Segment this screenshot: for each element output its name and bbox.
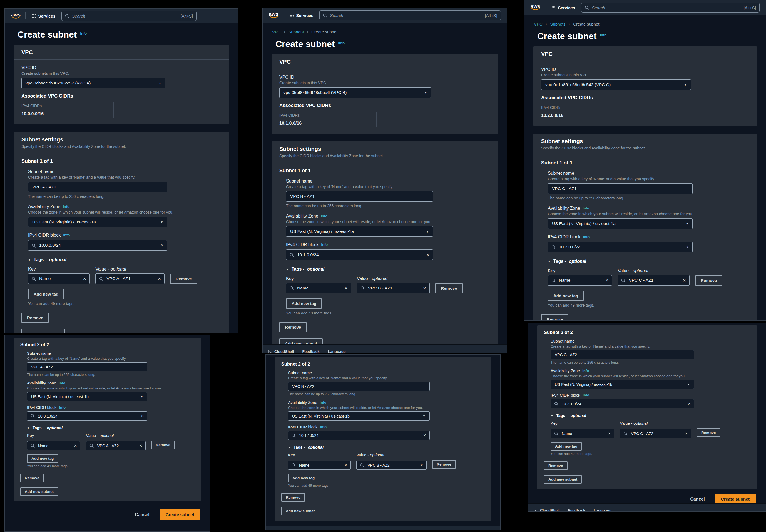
az-info-link[interactable]: Info [59,381,65,385]
clear-input-icon[interactable]: × [158,276,161,281]
tag-value-input[interactable] [96,443,136,448]
clear-input-icon[interactable]: × [605,278,609,283]
vpc-id-select[interactable]: vpc-0e1a861c68cd6c542 (VPC C) ▼ [541,79,691,90]
tag-value-input[interactable] [628,278,680,283]
tags-section-toggle[interactable]: ▼ Tags - optional [551,413,750,418]
cidr-info-link[interactable]: Info [583,393,589,397]
cancel-button[interactable]: Cancel [688,496,706,502]
add-new-tag-button[interactable]: Add new tag [548,291,584,301]
add-new-tag-button[interactable]: Add new tag [288,474,319,482]
tag-key-input[interactable] [558,278,603,283]
cancel-button[interactable]: Cancel [133,512,151,518]
services-menu-button[interactable]: Services [288,12,315,19]
navbar-search-input[interactable]: Search [Alt+S] [581,3,760,13]
tags-section-toggle[interactable]: ▼ Tags - optional [548,259,749,264]
cidr-info-link[interactable]: Info [321,243,328,247]
services-menu-button[interactable]: Services [30,13,57,19]
remove-tag-button[interactable]: Remove [697,428,720,437]
tag-key-input[interactable] [296,285,341,291]
availability-zone-select[interactable]: US East (N. Virginia) / us-east-1a ▼ [286,226,433,237]
clear-input-icon[interactable]: × [688,401,691,406]
page-info-link[interactable]: Info [600,33,607,37]
remove-tag-button[interactable]: Remove [695,275,722,286]
az-info-link[interactable]: Info [582,369,589,373]
clear-input-icon[interactable]: × [420,463,423,468]
cidr-info-link[interactable]: Info [583,235,590,239]
add-new-subnet-button[interactable]: Add new subnet [21,329,65,333]
availability-zone-select[interactable]: US East (N. Virginia) / us-east-1b ▼ [27,392,147,401]
add-new-tag-button[interactable]: Add new tag [28,289,64,299]
clear-input-icon[interactable]: × [423,433,426,438]
feedback-link[interactable]: Feedback [302,349,319,353]
remove-subnet-button[interactable]: Remove [20,474,44,482]
tag-value-input[interactable] [367,463,418,468]
add-new-tag-button[interactable]: Add new tag [286,298,322,309]
subnet-name-input[interactable] [291,384,426,389]
cidr-info-link[interactable]: Info [63,233,70,237]
ipv4-cidr-input[interactable] [561,401,685,406]
clear-input-icon[interactable]: × [686,244,689,250]
navbar-search-input[interactable]: Search [Alt+S] [319,10,501,20]
subnet-name-input[interactable] [32,184,164,190]
subnet-name-input[interactable] [289,194,430,199]
cidr-info-link[interactable]: Info [320,425,326,429]
breadcrumb-vpc[interactable]: VPC [534,22,543,26]
ipv4-cidr-input[interactable] [38,414,138,419]
az-info-link[interactable]: Info [63,204,69,209]
aws-logo[interactable]: aws [531,4,541,11]
clear-input-icon[interactable]: × [139,443,142,448]
ipv4-cidr-input[interactable] [39,243,158,248]
remove-subnet-button[interactable]: Remove [544,461,568,470]
add-new-tag-button[interactable]: Add new tag [551,442,582,451]
vpc-id-select[interactable]: vpc-05bf8465f948c0aa6 (VPC B) ▼ [279,87,431,98]
cidr-info-link[interactable]: Info [59,405,66,409]
tag-value-input[interactable] [367,285,420,291]
ipv4-cidr-input[interactable] [298,433,421,438]
navbar-search-input[interactable]: Search [Alt+S] [61,11,196,21]
clear-input-icon[interactable]: × [160,243,164,248]
availability-zone-select[interactable]: US East (N. Virginia) / us-east-1b ▼ [288,411,430,421]
tags-section-toggle[interactable]: ▼ Tags - optional [288,445,485,449]
add-new-subnet-button[interactable]: Add new subnet [544,475,582,484]
aws-logo[interactable]: aws [11,13,21,19]
az-info-link[interactable]: Info [319,400,326,404]
remove-subnet-button[interactable]: Remove [21,313,49,323]
clear-input-icon[interactable]: × [344,463,347,468]
clear-input-icon[interactable]: × [344,285,348,291]
tag-key-input[interactable] [39,276,80,281]
availability-zone-select[interactable]: US East (N. Virginia) / us-east-1a ▼ [548,218,693,229]
clear-input-icon[interactable]: × [683,278,686,283]
breadcrumb-vpc[interactable]: VPC [272,29,281,34]
remove-subnet-button[interactable]: Remove [281,493,305,502]
language-link[interactable]: Language [594,508,612,512]
clear-input-icon[interactable]: × [74,443,77,448]
ipv4-cidr-input[interactable] [558,244,683,250]
page-info-link[interactable]: Info [80,31,87,36]
cloudshell-link[interactable]: CloudShell [268,349,294,353]
subnet-name-input[interactable] [552,186,689,191]
clear-input-icon[interactable]: × [83,276,86,281]
cloudshell-link[interactable]: CloudShell [534,508,560,512]
remove-subnet-button[interactable]: Remove [541,314,568,321]
tag-key-input[interactable] [298,463,341,468]
remove-tag-button[interactable]: Remove [170,274,197,284]
page-info-link[interactable]: Info [338,41,344,45]
tags-section-toggle[interactable]: ▼ Tags - optional [27,426,194,430]
create-subnet-button[interactable]: Create subnet [159,509,200,520]
tags-section-toggle[interactable]: ▼ Tags - optional [28,257,221,262]
clear-input-icon[interactable]: × [608,431,611,436]
availability-zone-select[interactable]: US East (N. Virginia) / us-east-1a ▼ [28,217,167,227]
availability-zone-select[interactable]: US East (N. Virginia) / us-east-1b ▼ [551,380,694,389]
tags-section-toggle[interactable]: ▼ Tags - optional [286,267,490,272]
clear-input-icon[interactable]: × [427,252,430,258]
language-link[interactable]: Language [328,349,346,353]
add-new-tag-button[interactable]: Add new tag [27,454,58,463]
ipv4-cidr-input[interactable] [296,252,424,258]
add-new-subnet-button[interactable]: Add new subnet [281,507,319,515]
tag-value-input[interactable] [106,276,155,281]
add-new-subnet-button[interactable]: Add new subnet [20,487,58,496]
subnet-name-input[interactable] [31,364,144,369]
vpc-id-select[interactable]: vpc-0cbaee7b302962c57 (VPC A) ▼ [21,78,165,88]
clear-input-icon[interactable]: × [685,431,688,436]
tag-value-input[interactable] [630,431,682,436]
